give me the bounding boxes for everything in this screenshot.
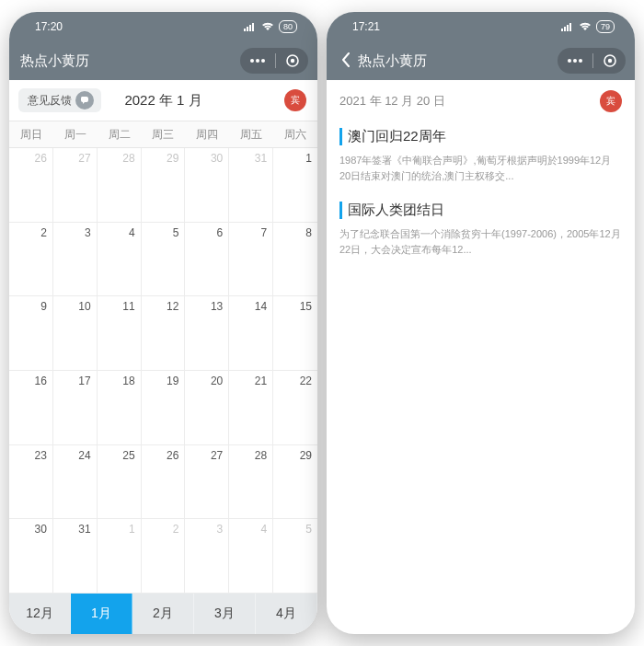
calendar-cell[interactable]: 21	[229, 371, 273, 445]
calendar-cell[interactable]: 3	[185, 519, 229, 594]
svg-rect-9	[561, 29, 563, 31]
capsule-separator	[592, 53, 593, 68]
calendar-cell[interactable]: 31	[229, 148, 273, 223]
svg-point-4	[250, 59, 254, 63]
calendar-cell[interactable]: 30	[9, 519, 53, 594]
month-tab[interactable]: 2月	[132, 594, 194, 634]
day-number: 6	[217, 226, 224, 239]
day-number: 29	[167, 152, 178, 165]
day-number: 27	[78, 152, 90, 165]
close-target-icon	[603, 53, 617, 68]
calendar-cell[interactable]: 12	[142, 296, 186, 371]
day-number: 1	[129, 523, 135, 536]
svg-rect-12	[569, 23, 571, 31]
calendar-cell[interactable]: 11	[98, 296, 142, 371]
month-tab[interactable]: 12月	[9, 594, 71, 634]
calendar-cell[interactable]: 20	[185, 371, 229, 445]
day-number: 30	[211, 152, 223, 165]
calendar-cell[interactable]: 6	[185, 223, 229, 297]
title-bar: 热点小黄历	[9, 41, 317, 80]
calendar-cell[interactable]: 1	[273, 148, 317, 223]
day-number: 13	[211, 300, 223, 313]
dow: 周二	[98, 121, 142, 147]
day-number: 3	[85, 226, 91, 239]
calendar-cell[interactable]: 26	[9, 148, 53, 223]
article-desc: 为了纪念联合国第一个消除贫穷十年(1997-2006)，2005年12月22日，…	[339, 226, 622, 257]
calendar-cell[interactable]: 29	[142, 148, 186, 223]
calendar-cell[interactable]: 28	[229, 445, 273, 520]
article-item[interactable]: 澳门回归22周年1987年签署《中葡联合声明》,葡萄牙根据声明於1999年12月…	[327, 122, 635, 196]
calendar-cell[interactable]: 22	[273, 371, 317, 445]
svg-rect-3	[252, 23, 254, 31]
calendar-cell[interactable]: 24	[53, 445, 98, 520]
day-number: 19	[167, 375, 178, 387]
dow: 周日	[9, 121, 53, 147]
dow: 周六	[273, 121, 317, 147]
day-number: 23	[34, 449, 46, 462]
calendar-cell[interactable]: 29	[273, 445, 317, 520]
app-title: 热点小黄历	[20, 52, 89, 70]
miniprogram-capsule[interactable]	[558, 48, 626, 74]
svg-rect-11	[567, 25, 569, 31]
calendar-cell[interactable]: 25	[98, 445, 142, 520]
title-bar: 热点小黄历	[327, 41, 635, 80]
calendar-cell[interactable]: 7	[229, 223, 273, 297]
app-title: 热点小黄历	[358, 52, 427, 70]
article-item[interactable]: 国际人类团结日为了纪念联合国第一个消除贫穷十年(1997-2006)，2005年…	[327, 196, 635, 270]
calendar-cell[interactable]: 18	[98, 371, 142, 445]
month-tab[interactable]: 3月	[194, 594, 256, 634]
calendar-cell[interactable]: 30	[185, 148, 229, 223]
calendar-cell[interactable]: 5	[273, 519, 317, 594]
calendar-cell[interactable]: 27	[53, 148, 98, 223]
calendar-cell[interactable]: 15	[273, 296, 317, 371]
calendar-cell[interactable]: 31	[53, 519, 98, 594]
calendar-cell[interactable]: 28	[98, 148, 142, 223]
day-number: 29	[300, 449, 312, 462]
dow: 周三	[142, 121, 186, 147]
phone-right: 17:21 79 热点小黄历 2021 年 12 月 20 日 宾 澳门回归22…	[327, 12, 635, 634]
back-button[interactable]	[338, 52, 354, 70]
weekday-header: 周日 周一 周二 周三 周四 周五 周六	[9, 121, 317, 148]
calendar-cell[interactable]: 9	[9, 296, 53, 371]
miniprogram-capsule[interactable]	[240, 48, 308, 74]
status-right: 80	[244, 20, 297, 33]
month-tab[interactable]: 1月	[71, 594, 132, 634]
calendar-cell[interactable]: 17	[53, 371, 98, 445]
calendar-cell[interactable]: 14	[229, 296, 273, 371]
article-list: 澳门回归22周年1987年签署《中葡联合声明》,葡萄牙根据声明於1999年12月…	[327, 122, 635, 270]
day-number: 14	[255, 300, 267, 313]
day-number: 26	[167, 449, 178, 462]
day-number: 31	[255, 152, 267, 165]
calendar-cell[interactable]: 26	[142, 445, 186, 520]
day-number: 17	[78, 375, 90, 387]
calendar-cell[interactable]: 16	[9, 371, 53, 445]
calendar-cell[interactable]: 2	[142, 519, 186, 594]
calendar-cell[interactable]: 13	[185, 296, 229, 371]
red-badge[interactable]: 宾	[284, 89, 306, 111]
svg-point-13	[568, 59, 571, 63]
chevron-left-icon	[341, 52, 351, 67]
red-badge[interactable]: 宾	[600, 90, 622, 112]
calendar-cell[interactable]: 19	[142, 371, 186, 445]
feedback-button[interactable]: 意见反馈	[18, 88, 101, 112]
calendar-cell[interactable]: 10	[53, 296, 98, 371]
calendar-cell[interactable]: 4	[229, 519, 273, 594]
signal-icon	[561, 22, 574, 31]
calendar-cell[interactable]: 2	[9, 223, 53, 297]
month-tab[interactable]: 4月	[256, 594, 317, 634]
status-bar: 17:20 80	[9, 12, 317, 41]
day-number: 31	[78, 523, 90, 536]
calendar-cell[interactable]: 3	[53, 223, 98, 297]
status-right: 79	[561, 20, 615, 33]
svg-point-6	[261, 59, 265, 63]
calendar-cell[interactable]: 1	[98, 519, 142, 594]
capsule-separator	[275, 53, 276, 68]
calendar-cell[interactable]: 27	[185, 445, 229, 520]
calendar-cell[interactable]: 23	[9, 445, 53, 520]
calendar-cell[interactable]: 4	[98, 223, 142, 297]
calendar-cell[interactable]: 8	[273, 223, 317, 297]
status-time: 17:20	[35, 20, 63, 33]
dow: 周四	[185, 121, 229, 147]
wifi-icon	[261, 22, 274, 31]
calendar-cell[interactable]: 5	[142, 223, 186, 297]
